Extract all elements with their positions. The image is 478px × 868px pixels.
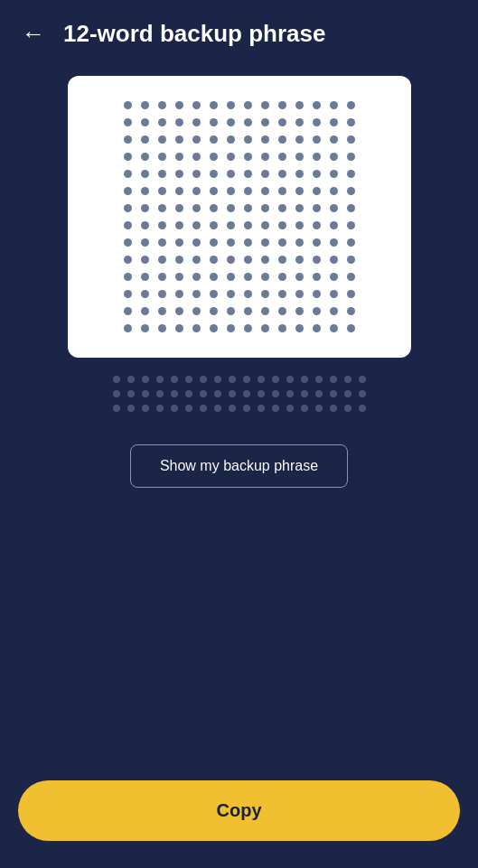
dot bbox=[347, 324, 355, 332]
dot-small bbox=[185, 390, 192, 397]
dot bbox=[278, 256, 286, 264]
dot-small bbox=[214, 405, 221, 412]
dot bbox=[244, 170, 252, 178]
dot-small bbox=[229, 405, 236, 412]
dot-small bbox=[359, 405, 366, 412]
dot bbox=[295, 324, 304, 332]
dot bbox=[261, 324, 269, 332]
dot bbox=[244, 135, 252, 144]
copy-button[interactable]: Copy bbox=[18, 780, 460, 841]
dot bbox=[210, 256, 218, 264]
dot bbox=[313, 273, 321, 281]
dot bbox=[227, 221, 235, 229]
dot-small bbox=[185, 376, 192, 383]
dot bbox=[330, 204, 338, 212]
dot bbox=[330, 187, 338, 195]
dot bbox=[244, 256, 252, 264]
dot bbox=[124, 256, 132, 264]
dot bbox=[295, 170, 304, 178]
dot bbox=[210, 324, 218, 332]
dot bbox=[347, 135, 355, 144]
dot bbox=[141, 290, 149, 298]
dot bbox=[313, 290, 321, 298]
dot-small bbox=[171, 390, 178, 397]
dot bbox=[347, 118, 355, 126]
dot-small bbox=[127, 405, 135, 412]
dot bbox=[192, 135, 201, 144]
dot bbox=[295, 153, 304, 161]
dot bbox=[210, 290, 218, 298]
dot bbox=[175, 290, 183, 298]
dot bbox=[124, 118, 132, 126]
dot-small bbox=[142, 405, 149, 412]
dot-small bbox=[200, 405, 207, 412]
dot bbox=[124, 204, 132, 212]
dot bbox=[278, 187, 286, 195]
dot-row bbox=[124, 238, 355, 247]
dot bbox=[141, 170, 149, 178]
dot bbox=[347, 170, 355, 178]
dot bbox=[347, 221, 355, 229]
dot bbox=[330, 238, 338, 247]
dot-small bbox=[142, 376, 149, 383]
dot bbox=[261, 204, 269, 212]
dot bbox=[175, 256, 183, 264]
dot bbox=[175, 170, 183, 178]
dot bbox=[124, 290, 132, 298]
dot bbox=[313, 187, 321, 195]
dot bbox=[278, 153, 286, 161]
dot-small bbox=[315, 390, 323, 397]
dot bbox=[175, 153, 183, 161]
dot bbox=[295, 238, 304, 247]
dot-small bbox=[330, 390, 337, 397]
dots-grid bbox=[124, 101, 355, 332]
dot bbox=[261, 170, 269, 178]
dot-small bbox=[330, 405, 337, 412]
dot bbox=[227, 187, 235, 195]
back-button[interactable]: ← bbox=[18, 18, 49, 49]
dot bbox=[158, 153, 166, 161]
dot bbox=[347, 256, 355, 264]
dot bbox=[192, 101, 201, 109]
dot bbox=[227, 273, 235, 281]
dot-small bbox=[229, 376, 236, 383]
dot bbox=[210, 221, 218, 229]
dot bbox=[244, 307, 252, 315]
dot-small bbox=[142, 390, 149, 397]
dot-small bbox=[113, 376, 120, 383]
dot bbox=[295, 273, 304, 281]
dot-small bbox=[330, 376, 337, 383]
dot bbox=[313, 256, 321, 264]
dot bbox=[347, 204, 355, 212]
show-phrase-button[interactable]: Show my backup phrase bbox=[130, 444, 348, 488]
dot-small bbox=[229, 390, 236, 397]
dot bbox=[158, 290, 166, 298]
dot bbox=[244, 238, 252, 247]
dot bbox=[210, 187, 218, 195]
dot bbox=[313, 238, 321, 247]
dot bbox=[227, 101, 235, 109]
dot bbox=[210, 307, 218, 315]
dot bbox=[210, 101, 218, 109]
dot bbox=[158, 118, 166, 126]
dot bbox=[295, 256, 304, 264]
dot-small bbox=[344, 390, 351, 397]
dot bbox=[261, 256, 269, 264]
dot bbox=[141, 324, 149, 332]
dot-row bbox=[124, 290, 355, 298]
dot bbox=[124, 273, 132, 281]
dot bbox=[278, 221, 286, 229]
dot bbox=[330, 118, 338, 126]
dot bbox=[261, 135, 269, 144]
dot bbox=[313, 118, 321, 126]
dot bbox=[261, 101, 269, 109]
dot bbox=[313, 101, 321, 109]
dot-small bbox=[315, 405, 323, 412]
dot-small bbox=[214, 390, 221, 397]
dot bbox=[175, 221, 183, 229]
dot bbox=[261, 118, 269, 126]
dot bbox=[330, 307, 338, 315]
dot bbox=[278, 307, 286, 315]
dot bbox=[175, 238, 183, 247]
dot bbox=[227, 170, 235, 178]
